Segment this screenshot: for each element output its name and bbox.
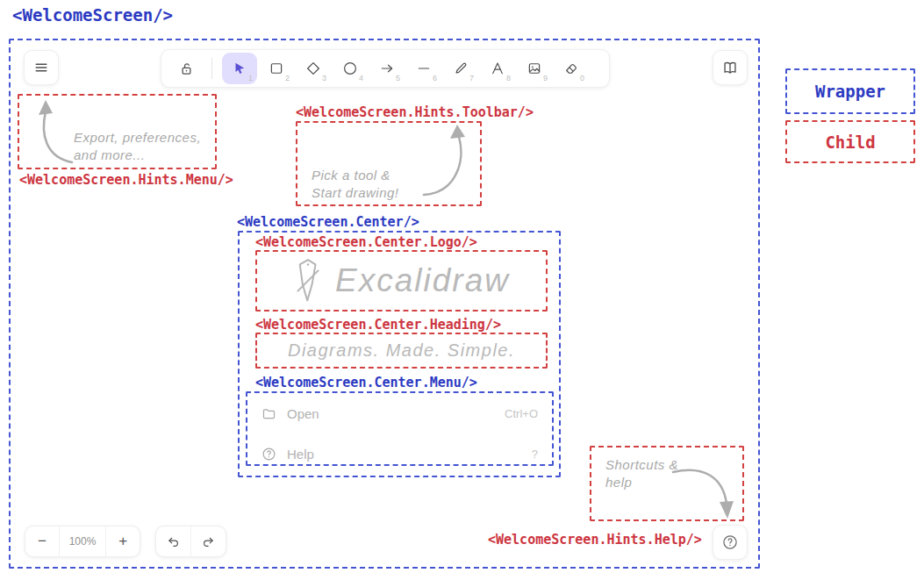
toolbar: 1 2 3 4 5 6 7 <box>161 49 610 88</box>
tool-shortcut: 6 <box>433 74 437 82</box>
zoom-level[interactable]: 100% <box>59 526 107 556</box>
hints-menu-outline: Export, preferences, and more... <box>18 94 217 169</box>
center-menu-outline: Open Ctrl+O Help ? <box>246 391 554 466</box>
unlock-icon <box>178 61 195 77</box>
legend-child-label: Child <box>825 132 875 152</box>
tool-shortcut: 8 <box>506 74 511 82</box>
tool-diamond[interactable]: 3 <box>296 53 331 84</box>
legend-child: Child <box>785 120 915 163</box>
folder-icon <box>261 406 276 421</box>
excalidraw-dagger-icon <box>293 255 323 306</box>
selection-cursor-icon <box>232 61 247 76</box>
redo-button[interactable] <box>191 526 226 556</box>
tool-shortcut: 0 <box>580 74 584 82</box>
tool-selection[interactable]: 1 <box>222 53 257 84</box>
hints-toolbar-outline: Pick a tool & Start drawing! <box>296 121 482 206</box>
tool-arrow[interactable]: 5 <box>369 53 405 84</box>
tool-text[interactable]: 8 <box>480 53 515 84</box>
tool-shortcut: 2 <box>285 74 290 82</box>
excalidraw-logo: Excalidraw <box>257 252 546 310</box>
rectangle-icon <box>269 61 284 76</box>
hint-arrow-down-icon <box>669 460 735 521</box>
hint-toolbar-text: Pick a tool & Start drawing! <box>312 167 399 203</box>
hints-toolbar-label: <WelcomeScreen.Hints.Toolbar/> <box>296 104 534 120</box>
hint-arrow-up-icon <box>32 99 77 168</box>
main-menu-button[interactable] <box>24 50 59 85</box>
book-icon <box>721 59 739 76</box>
tool-ellipse[interactable]: 4 <box>333 53 368 84</box>
menu-item-label: Help <box>287 447 314 462</box>
help-button[interactable] <box>713 525 748 560</box>
tool-shortcut: 9 <box>543 74 548 82</box>
page-title: <WelcomeScreen/> <box>12 5 173 25</box>
undo-button[interactable] <box>156 526 190 556</box>
diamond-icon <box>305 61 321 76</box>
undo-icon <box>166 534 181 549</box>
tool-shortcut: 7 <box>469 74 474 82</box>
center-heading-label: <WelcomeScreen.Center.Heading/> <box>255 317 501 333</box>
center-logo-label: <WelcomeScreen.Center.Logo/> <box>255 234 477 250</box>
tool-shortcut: 1 <box>248 74 253 82</box>
zoom-out-button[interactable]: − <box>25 526 59 556</box>
tool-shortcut: 3 <box>322 74 326 82</box>
welcome-heading: Diagrams. Made. Simple. <box>257 334 546 367</box>
hamburger-icon <box>32 59 50 76</box>
hints-help-outline: Shortcuts & help <box>590 446 744 521</box>
hint-menu-text: Export, preferences, and more... <box>74 129 201 165</box>
toolbar-separator <box>211 58 212 79</box>
library-button[interactable] <box>713 50 748 85</box>
tool-draw[interactable]: 7 <box>443 53 478 84</box>
menu-item-open[interactable]: Open Ctrl+O <box>247 400 552 426</box>
center-heading-outline: Diagrams. Made. Simple. <box>255 333 548 369</box>
tool-rectangle[interactable]: 2 <box>259 53 294 84</box>
tool-eraser[interactable]: 0 <box>554 53 589 84</box>
hints-help-label: <WelcomeScreen.Hints.Help/> <box>488 532 702 548</box>
logo-wordmark: Excalidraw <box>335 262 510 299</box>
menu-item-shortcut: Ctrl+O <box>505 407 538 420</box>
center-logo-outline: Excalidraw <box>255 250 548 311</box>
help-circle-icon <box>721 533 739 551</box>
pencil-icon <box>453 61 469 76</box>
legend-wrapper-label: Wrapper <box>815 82 885 101</box>
text-icon <box>490 61 505 76</box>
ellipse-icon <box>342 61 358 76</box>
hint-help-text: Shortcuts & help <box>605 456 678 492</box>
eraser-icon <box>563 61 579 76</box>
image-icon <box>526 61 542 76</box>
tool-line[interactable]: 6 <box>406 53 441 84</box>
zoom-controls: − 100% + <box>25 526 140 557</box>
menu-item-label: Open <box>287 406 319 421</box>
redo-icon <box>201 534 216 549</box>
tool-image[interactable]: 9 <box>517 53 552 84</box>
lock-button[interactable] <box>170 53 202 84</box>
menu-item-shortcut: ? <box>532 448 538 461</box>
center-menu-label: <WelcomeScreen.Center.Menu/> <box>255 375 477 390</box>
hints-menu-label: <WelcomeScreen.Hints.Menu/> <box>19 172 233 188</box>
line-icon <box>416 61 432 76</box>
legend-wrapper: Wrapper <box>785 68 915 114</box>
history-controls <box>155 526 226 557</box>
tool-shortcut: 5 <box>396 74 400 82</box>
help-circle-icon <box>261 447 276 462</box>
tool-shortcut: 4 <box>359 74 363 82</box>
menu-item-help[interactable]: Help ? <box>247 440 552 467</box>
hint-arrow-up-icon <box>419 125 471 200</box>
center-label: <WelcomeScreen.Center/> <box>237 214 419 230</box>
zoom-in-button[interactable]: + <box>106 526 140 556</box>
arrow-icon <box>379 61 395 76</box>
